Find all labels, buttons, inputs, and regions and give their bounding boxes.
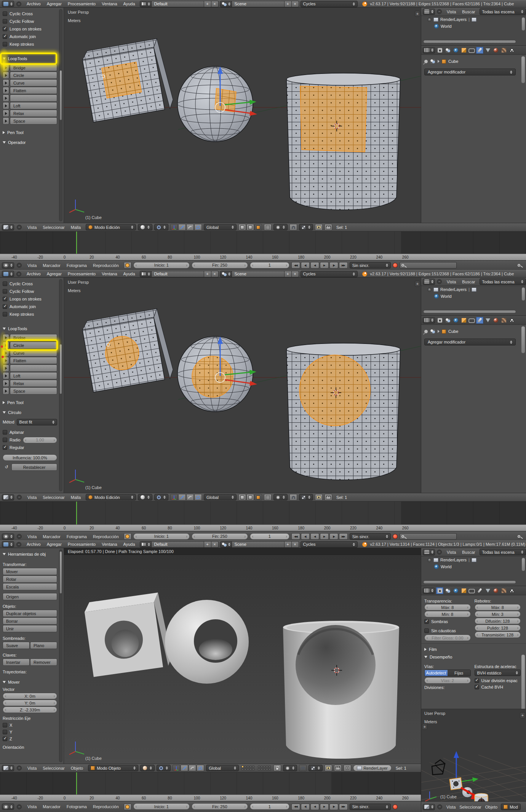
menu-item[interactable]: Vista xyxy=(444,279,459,285)
menu-item[interactable]: Fotograma xyxy=(64,534,90,539)
outliner-display-selector[interactable]: Todas las escena xyxy=(480,549,526,555)
menu-item[interactable]: Fotograma xyxy=(64,263,90,268)
outliner-hscrollbar[interactable] xyxy=(423,310,516,313)
render-tab-icon[interactable] xyxy=(436,587,443,594)
tool-options-arrow-icon[interactable] xyxy=(3,342,9,349)
transform-button[interactable]: Escala xyxy=(3,583,57,590)
limit-to-visible-icon[interactable] xyxy=(264,224,272,230)
collapse-menus-icon[interactable]: − xyxy=(17,495,22,500)
panel-header-operator[interactable]: Operador xyxy=(3,139,57,146)
menu-item[interactable]: Seleccionar xyxy=(40,225,67,230)
jump-to-end-button[interactable]: ▶▶ xyxy=(339,533,348,540)
rotate-manipulator-icon[interactable] xyxy=(186,494,194,500)
add-modifier-dropdown[interactable]: Agregar modificador xyxy=(424,339,516,345)
timeline[interactable]: -40-200204060801001201401601802002202402… xyxy=(0,772,421,801)
panel-header-pen-tool[interactable]: Pen Tool xyxy=(3,129,57,136)
object-button[interactable]: Duplicar objetos xyxy=(3,610,57,617)
transparency-max-field[interactable]: Máx: 8 xyxy=(424,604,471,611)
mini-viewport-3d[interactable]: User Persp Meters (1) Cube xyxy=(421,709,526,801)
collapse-menus-icon[interactable]: − xyxy=(17,766,22,770)
menu-item[interactable]: Seleccionar xyxy=(40,766,67,771)
toolshelf-scrollbar[interactable] xyxy=(59,279,62,491)
region-expand-icon[interactable] xyxy=(415,281,420,287)
preview-range-icon[interactable] xyxy=(124,262,131,269)
edge-select-icon[interactable] xyxy=(246,494,254,500)
region-expand-icon[interactable] xyxy=(520,712,525,718)
proportional-edit-selector[interactable] xyxy=(273,224,288,230)
lock-to-scene-icon[interactable] xyxy=(273,765,281,771)
pivot-selector[interactable] xyxy=(154,494,168,500)
looptools-tool-button[interactable]: Circle xyxy=(3,342,57,349)
menu-item[interactable]: Seleccionar xyxy=(40,495,67,500)
menu-item[interactable]: Reproducción xyxy=(90,534,122,539)
menu-item[interactable]: Reproducción xyxy=(90,804,122,809)
collapse-menus-icon[interactable]: − xyxy=(437,9,442,14)
looptools-tool-button[interactable]: Curve xyxy=(3,349,57,356)
looptools-tool-button[interactable]: Space xyxy=(3,387,57,395)
toolshelf-checkbox[interactable]: Keep strokes xyxy=(3,310,57,318)
expand-icon[interactable]: + xyxy=(427,558,432,562)
start-frame-field[interactable]: Inicio: 1 xyxy=(133,262,190,269)
particles-tab-icon[interactable] xyxy=(508,587,515,594)
snap-magnet-icon[interactable] xyxy=(289,494,297,500)
tool-options-arrow-icon[interactable] xyxy=(3,372,9,379)
outliner-vscrollbar[interactable] xyxy=(522,558,525,571)
close-scene-button[interactable]: × xyxy=(292,1,299,7)
next-keyframe-button[interactable]: |▶ xyxy=(329,262,338,269)
constraints-tab-icon[interactable] xyxy=(468,587,475,594)
shading-button[interactable]: Suave xyxy=(3,642,30,649)
menu-item[interactable]: Marcador xyxy=(40,804,63,809)
editor-type-selector[interactable] xyxy=(423,588,435,594)
rotate-manipulator-icon[interactable] xyxy=(189,765,196,771)
previous-keyframe-button[interactable]: ◀| xyxy=(301,804,310,810)
sync-selector[interactable]: Sin sincr. xyxy=(350,262,391,269)
vertex-select-icon[interactable] xyxy=(238,224,246,230)
collapse-menus-icon[interactable]: − xyxy=(437,279,442,284)
current-frame-line[interactable] xyxy=(76,772,77,794)
mode-selector[interactable]: Modo Edición xyxy=(86,494,136,500)
opengl-render-icon[interactable] xyxy=(325,765,332,771)
timeline-ruler[interactable]: -40-200204060801001201401601802002202402… xyxy=(0,794,421,801)
end-frame-field[interactable]: Fin: 250 xyxy=(192,262,248,269)
screen-layout-selector[interactable]: Default +× xyxy=(140,541,219,548)
add-scene-button[interactable]: + xyxy=(285,541,292,548)
editor-type-selector[interactable] xyxy=(423,317,435,323)
play-button[interactable]: ▶ xyxy=(320,804,329,810)
scene-tab-icon[interactable] xyxy=(444,587,451,594)
viewport-3d-circle[interactable]: User Persp Meters (1) Cube xyxy=(64,278,421,493)
outliner-item-renderlayers[interactable]: +RenderLayers| xyxy=(421,286,526,293)
looptools-tool-button[interactable]: Gstretch xyxy=(3,364,57,372)
panel-header-object-tools[interactable]: Herramientas de obj xyxy=(3,550,57,558)
collapse-menus-icon[interactable]: − xyxy=(437,804,442,809)
object-tab-icon[interactable] xyxy=(460,587,467,594)
editor-type-selector[interactable] xyxy=(2,534,14,540)
timeline[interactable]: -40-200204060801001201401601802002202402… xyxy=(0,502,526,531)
collapse-menus-icon[interactable]: − xyxy=(17,225,22,230)
menu-item[interactable]: Ayuda xyxy=(120,1,138,6)
tool-options-arrow-icon[interactable] xyxy=(3,334,9,341)
expand-icon[interactable]: + xyxy=(427,288,432,292)
menu-item[interactable]: Ayuda xyxy=(120,542,138,547)
layers-widget-2[interactable] xyxy=(258,766,271,770)
keying-set-field[interactable] xyxy=(400,533,457,540)
glossy-bounces-field[interactable]: Pulido: 128 xyxy=(475,625,521,631)
record-icon[interactable] xyxy=(393,534,398,539)
opengl-render-anim-icon[interactable] xyxy=(325,494,332,500)
end-frame-field[interactable]: Fin: 250 xyxy=(192,533,248,540)
sync-selector[interactable]: Sin sincr. xyxy=(350,533,391,540)
influence-slider[interactable]: Influencia: 100.0% xyxy=(3,454,57,461)
toolshelf-checkbox[interactable]: Cyclic Follow xyxy=(3,18,57,25)
tool-options-arrow-icon[interactable] xyxy=(3,64,9,71)
jump-to-end-button[interactable]: ▶▶ xyxy=(339,804,348,810)
outliner-vscrollbar[interactable] xyxy=(522,288,525,301)
region-expand-icon[interactable] xyxy=(415,11,420,17)
tool-options-arrow-icon[interactable] xyxy=(3,102,9,109)
play-button[interactable]: ▶ xyxy=(320,262,329,269)
reset-recycle-icon[interactable]: ↺ xyxy=(3,464,10,470)
mode-selector[interactable]: Modo Edición xyxy=(86,224,136,230)
close-layout-button[interactable]: × xyxy=(211,541,219,548)
menu-item[interactable]: Buscar xyxy=(459,550,478,555)
snap-magnet-icon[interactable] xyxy=(289,224,297,230)
spatial-splits-checkbox[interactable]: Usar división espac xyxy=(475,677,521,684)
pivot-selector[interactable] xyxy=(154,224,168,230)
